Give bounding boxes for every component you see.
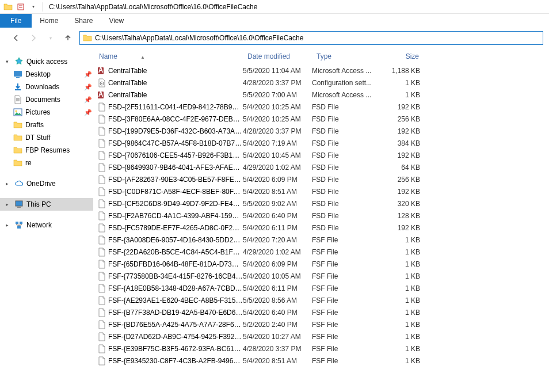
pin-icon: 📌 xyxy=(84,83,93,91)
nav-quick-access[interactable]: ▾ Quick access xyxy=(0,55,93,68)
file-name: FSD-{2F511611-C041-4ED9-8412-78B9027... xyxy=(108,103,243,111)
nav-desktop[interactable]: Desktop 📌 xyxy=(0,68,93,81)
nav-downloads[interactable]: Downloads 📌 xyxy=(0,81,93,93)
nav-onedrive[interactable]: ▸ OneDrive xyxy=(0,177,93,190)
up-button[interactable] xyxy=(62,32,74,44)
folder-icon xyxy=(13,120,23,130)
nav-pictures[interactable]: Pictures 📌 xyxy=(0,106,93,119)
file-type: FSD File xyxy=(312,163,382,172)
file-size: 192 KB xyxy=(382,127,424,135)
chevron-down-icon[interactable]: ▾ xyxy=(6,59,12,64)
file-name: FSF-{773580BB-34E4-415F-8276-16CB411... xyxy=(108,272,243,280)
file-date: 5/4/2020 6:11 PM xyxy=(243,224,312,232)
nav-network[interactable]: ▸ Network xyxy=(0,219,93,231)
file-size: 1 KB xyxy=(382,79,424,87)
chevron-right-icon[interactable]: ▸ xyxy=(6,201,12,207)
file-date: 5/4/2020 10:27 AM xyxy=(243,333,312,341)
address-input[interactable] xyxy=(95,34,540,42)
back-button[interactable] xyxy=(10,32,22,44)
file-size: 1 KB xyxy=(382,357,424,365)
file-date: 5/4/2020 10:25 AM xyxy=(243,115,312,123)
file-type: FSD File xyxy=(312,176,382,184)
file-row[interactable]: FSD-{199D79E5-D36F-432C-B603-A73AE...4/2… xyxy=(93,125,549,137)
download-icon xyxy=(13,82,23,92)
file-row[interactable]: FSF-{BD76E55A-A425-4A75-A7A7-28F673...5/… xyxy=(93,318,549,330)
file-type: FSD File xyxy=(312,200,382,208)
file-row[interactable]: CentralTable4/28/2020 3:37 PMConfigurati… xyxy=(93,77,549,89)
file-type-icon xyxy=(97,102,107,112)
file-row[interactable]: CentralTable5/5/2020 11:04 AMMicrosoft A… xyxy=(93,64,549,77)
file-row[interactable]: FSF-{65DFBD16-064B-48FE-81DA-D73FE1...5/… xyxy=(93,258,549,270)
file-date: 5/2/2020 2:40 PM xyxy=(243,321,312,329)
file-date: 5/4/2020 6:40 PM xyxy=(243,212,312,220)
file-name: FSD-{C0DF871C-A58F-4ECF-8BEF-80FA3... xyxy=(108,188,243,196)
file-type: FSD File xyxy=(312,115,382,123)
nav-documents[interactable]: Documents 📌 xyxy=(0,93,93,106)
file-date: 4/28/2020 3:37 PM xyxy=(243,345,312,353)
file-row[interactable]: FSD-{86499307-9B46-4041-AFE3-AFAEBD...4/… xyxy=(93,161,549,173)
file-row[interactable]: FSF-{A18E0B58-1348-4D28-A67A-7CBD34...5/… xyxy=(93,282,549,294)
recent-dropdown-icon[interactable]: ▾ xyxy=(45,32,56,44)
file-size: 1 KB xyxy=(382,333,424,341)
file-row[interactable]: CentralTable5/5/2020 7:00 AMMicrosoft Ac… xyxy=(93,89,549,101)
file-list-pane: Name▲ Date modified Type Size CentralTab… xyxy=(93,48,549,392)
file-row[interactable]: FSF-{3A008DE6-9057-4D16-8430-5DD2C9...5/… xyxy=(93,234,549,246)
file-row[interactable]: FSD-{AF282637-90E3-4C05-BE57-F8FE734...5… xyxy=(93,173,549,185)
nav-drafts[interactable]: Drafts xyxy=(0,119,93,131)
tab-view[interactable]: View xyxy=(101,14,132,28)
file-row[interactable]: FSD-{FC5789DE-EF7F-4265-AD8C-0F2DF1...5/… xyxy=(93,222,549,234)
document-icon xyxy=(13,95,23,104)
qat-properties-icon[interactable] xyxy=(15,1,26,13)
file-row[interactable]: FSD-{C0DF871C-A58F-4ECF-8BEF-80FA3...5/4… xyxy=(93,185,549,197)
file-size: 1 KB xyxy=(382,345,424,353)
col-size[interactable]: Size xyxy=(381,52,422,60)
nav-pane: ▾ Quick access Desktop 📌 Downloads 📌 Doc… xyxy=(0,48,93,392)
file-row[interactable]: FSD-{CF52C6D8-9D49-49D7-9F2D-FE4331...5/… xyxy=(93,197,549,210)
file-type-icon xyxy=(97,284,107,293)
chevron-right-icon[interactable]: ▸ xyxy=(6,222,12,228)
file-type: FSF File xyxy=(312,260,382,268)
nav-dt-stuff[interactable]: DT Stuff xyxy=(0,131,93,144)
file-row[interactable]: FSD-{70676106-CEE5-4457-B926-F3B1356...5… xyxy=(93,149,549,161)
qat-dropdown-icon[interactable]: ▾ xyxy=(28,1,39,13)
file-row[interactable]: FSF-{B77F38AD-DB19-42A5-B470-E6D6C...5/4… xyxy=(93,306,549,318)
pin-icon: 📌 xyxy=(84,109,93,116)
col-type[interactable]: Type xyxy=(311,52,381,60)
tab-share[interactable]: Share xyxy=(66,14,101,28)
tab-file[interactable]: File xyxy=(0,14,32,28)
file-size: 1 KB xyxy=(382,309,424,317)
file-row[interactable]: FSD-{3F80E6AA-08CC-4F2E-9677-DEB977...5/… xyxy=(93,113,549,125)
file-row[interactable]: FSF-{E9345230-C8F7-4C3B-A2FB-9496F9...5/… xyxy=(93,355,549,367)
address-bar[interactable] xyxy=(79,31,543,45)
nav-this-pc[interactable]: ▸ This PC xyxy=(0,198,93,211)
file-row[interactable]: FSD-{F2AB76CD-4A1C-4399-ABF4-1594C...5/4… xyxy=(93,210,549,222)
folder-icon xyxy=(13,158,23,168)
file-size: 192 KB xyxy=(382,103,424,111)
file-type-icon xyxy=(97,260,107,269)
file-date: 5/4/2020 6:11 PM xyxy=(243,284,312,292)
file-type-icon xyxy=(97,151,107,160)
file-size: 64 KB xyxy=(382,163,424,172)
file-name: FSD-{CF52C6D8-9D49-49D7-9F2D-FE4331... xyxy=(108,200,243,208)
file-row[interactable]: FSF-{AE293AE1-E620-4BEC-A8B5-F315C0...5/… xyxy=(93,294,549,306)
chevron-right-icon[interactable]: ▸ xyxy=(6,181,12,187)
file-rows: CentralTable5/5/2020 11:04 AMMicrosoft A… xyxy=(93,64,549,392)
pin-icon: 📌 xyxy=(84,96,93,104)
file-row[interactable]: FSD-{9864C47C-B57A-45F8-B18D-07B719...5/… xyxy=(93,137,549,149)
file-row[interactable]: FSF-{22DA620B-B5CE-4C84-A5C4-B1F36...4/2… xyxy=(93,246,549,258)
nav-re[interactable]: re xyxy=(0,157,93,169)
col-date[interactable]: Date modified xyxy=(242,52,311,60)
file-row[interactable]: FSF-{773580BB-34E4-415F-8276-16CB411...5… xyxy=(93,270,549,282)
file-type-icon xyxy=(97,187,107,196)
column-headers: Name▲ Date modified Type Size xyxy=(93,48,549,64)
file-row[interactable]: FSF-{D27AD62D-AB9C-4754-9425-F3921...5/4… xyxy=(93,330,549,342)
tab-home[interactable]: Home xyxy=(32,14,66,28)
file-type-icon xyxy=(97,66,107,75)
file-row[interactable]: FSD-{2F511611-C041-4ED9-8412-78B9027...5… xyxy=(93,101,549,113)
file-type-icon xyxy=(97,320,107,329)
file-row[interactable]: FSF-{E39BF75C-B3F5-4672-93FA-BC617D...4/… xyxy=(93,342,549,355)
star-icon xyxy=(14,57,24,66)
nav-fbp-resumes[interactable]: FBP Resumes xyxy=(0,144,93,157)
forward-button[interactable] xyxy=(28,32,39,44)
col-name[interactable]: Name▲ xyxy=(93,52,242,60)
